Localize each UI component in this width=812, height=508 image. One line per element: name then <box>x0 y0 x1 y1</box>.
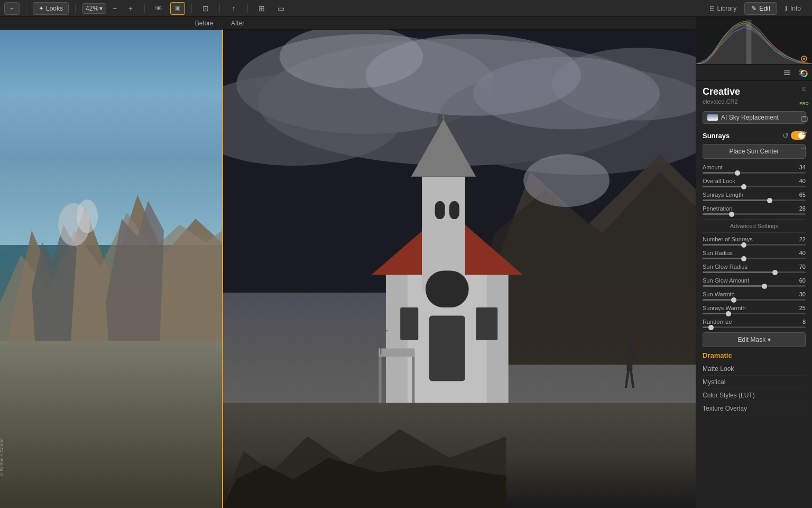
slider-thumb[interactable] <box>772 270 778 275</box>
tab-edit[interactable]: ✎ Edit <box>744 2 777 15</box>
zoom-minus-button[interactable]: − <box>107 2 122 15</box>
slider-label: Sun Warmth <box>703 291 735 297</box>
slider-track[interactable] <box>703 213 806 215</box>
slider-track[interactable] <box>703 285 806 287</box>
svg-rect-26 <box>400 307 418 340</box>
canvas-area: Before After © Raffaele Cab <box>0 17 696 508</box>
list-item[interactable]: Color Styles (LUT) <box>703 389 806 402</box>
slider-thumb[interactable] <box>741 242 746 248</box>
compare-button[interactable]: ▣ <box>170 2 185 15</box>
slider-thumb[interactable] <box>726 311 731 316</box>
canvas-labels: Before After <box>0 17 696 30</box>
slider-fill <box>703 213 732 215</box>
sky-replacement-label: AI Sky Replacement <box>721 114 779 121</box>
list-item[interactable]: Mystical <box>703 376 806 389</box>
slider-track[interactable] <box>703 244 806 246</box>
panel-icons-row <box>696 65 812 81</box>
slider-label-row: Sun Glow Amount 60 <box>703 277 806 284</box>
split-line[interactable] <box>222 30 223 508</box>
grid-button[interactable]: ⊞ <box>254 2 269 15</box>
slider-track[interactable] <box>703 172 806 174</box>
sky-replacement-button[interactable]: AI Sky Replacement <box>703 111 806 124</box>
svg-line-41 <box>631 371 633 388</box>
image-container[interactable]: © Raffaele Cabria <box>0 30 696 508</box>
compare-icon: ▣ <box>175 5 180 12</box>
slider-thumb[interactable] <box>708 325 714 330</box>
slider-thumb[interactable] <box>741 256 746 261</box>
preview-button[interactable]: 👁 <box>151 2 166 15</box>
svg-rect-24 <box>426 270 469 307</box>
layers-icon-btn[interactable] <box>780 67 794 78</box>
sunrays-reset-button[interactable]: ↺ <box>782 131 789 140</box>
svg-marker-22 <box>411 119 476 176</box>
histogram-svg <box>696 17 812 64</box>
zoom-display[interactable]: 42% ▾ <box>82 3 106 14</box>
advanced-settings[interactable]: Advanced Settings <box>703 219 806 233</box>
pro-icon-btn[interactable]: PRO <box>798 97 810 109</box>
more-icon-btn[interactable]: ••• <box>798 142 810 153</box>
slider-thumb[interactable] <box>735 170 740 176</box>
slider-label: Number of Sunrays <box>703 236 753 242</box>
bag-icon-btn[interactable] <box>798 112 810 124</box>
svg-rect-47 <box>784 74 790 75</box>
slider-track[interactable] <box>703 326 806 328</box>
svg-rect-25 <box>476 307 497 340</box>
place-sun-label: Place Sun Center <box>729 148 779 155</box>
svg-rect-37 <box>626 346 632 371</box>
svg-line-38 <box>621 350 626 365</box>
svg-point-5 <box>77 199 98 233</box>
slider-fill <box>703 313 728 314</box>
slider-track[interactable] <box>703 313 806 314</box>
slider-value: 28 <box>799 205 806 212</box>
dramatic-title: Dramatic <box>703 351 806 359</box>
library-label: Library <box>717 5 737 12</box>
slider-label-row: Sun Radius 40 <box>703 250 806 256</box>
slider-value: 65 <box>799 192 806 198</box>
slider-label: Randomize <box>703 319 732 325</box>
slider-track[interactable] <box>703 186 806 187</box>
looks-icon: ✦ <box>39 5 44 12</box>
before-image: © Raffaele Cabria <box>0 30 222 508</box>
list-item[interactable]: Matte Look <box>703 362 806 376</box>
slider-thumb[interactable] <box>741 184 746 189</box>
sunrays-header: Sunrays ↺ <box>703 131 806 140</box>
slider-track[interactable] <box>703 271 806 273</box>
slider-value: 40 <box>799 178 806 184</box>
looks-button[interactable]: ✦ Looks <box>33 2 69 15</box>
slider-thumb[interactable] <box>729 212 734 217</box>
svg-rect-46 <box>784 72 790 74</box>
slider-track[interactable] <box>703 258 806 259</box>
panel-content[interactable]: Creative elevated.CR2 <box>696 81 812 508</box>
add-button[interactable]: + <box>4 2 20 15</box>
place-sun-button[interactable]: Place Sun Center <box>703 144 806 159</box>
slider-track[interactable] <box>703 299 806 301</box>
face-icon-btn[interactable]: ☺ <box>798 83 810 94</box>
slider-thumb[interactable] <box>767 198 772 203</box>
slider-value: 30 <box>799 291 806 297</box>
edit-mask-button[interactable]: Edit Mask ▾ <box>703 332 806 347</box>
slider-label-row: Sunrays Length 65 <box>703 192 806 198</box>
slider-value: 60 <box>799 277 806 284</box>
list-item[interactable]: Texture Overlay <box>703 402 806 415</box>
svg-point-17 <box>523 154 610 206</box>
slider-track[interactable] <box>703 199 806 201</box>
slider-label-row: Number of Sunrays 22 <box>703 236 806 242</box>
window-button[interactable]: ▭ <box>273 2 288 15</box>
tab-library[interactable]: ⊟ Library <box>703 2 744 15</box>
crop-button[interactable]: ⊡ <box>198 2 213 15</box>
slider-fill <box>703 271 775 273</box>
share-icon: ↑ <box>232 4 236 13</box>
before-mountains-svg <box>0 135 222 374</box>
slider-thumb[interactable] <box>762 284 767 289</box>
tab-info[interactable]: ℹ Info <box>778 2 808 15</box>
looks-label: Looks <box>46 5 63 12</box>
slider-thumb[interactable] <box>731 297 736 303</box>
slider-label-row: Sunrays Warmth 25 <box>703 305 806 311</box>
share-button[interactable]: ↑ <box>226 2 241 15</box>
nav-tabs: ⊟ Library ✎ Edit ℹ Info <box>703 2 808 15</box>
slider-label: Sun Glow Amount <box>703 277 749 284</box>
zoom-plus-button[interactable]: + <box>123 2 138 15</box>
history-icon-btn[interactable]: ⟳ <box>798 127 810 139</box>
plus-icon: + <box>10 5 14 12</box>
svg-rect-28 <box>449 201 459 219</box>
